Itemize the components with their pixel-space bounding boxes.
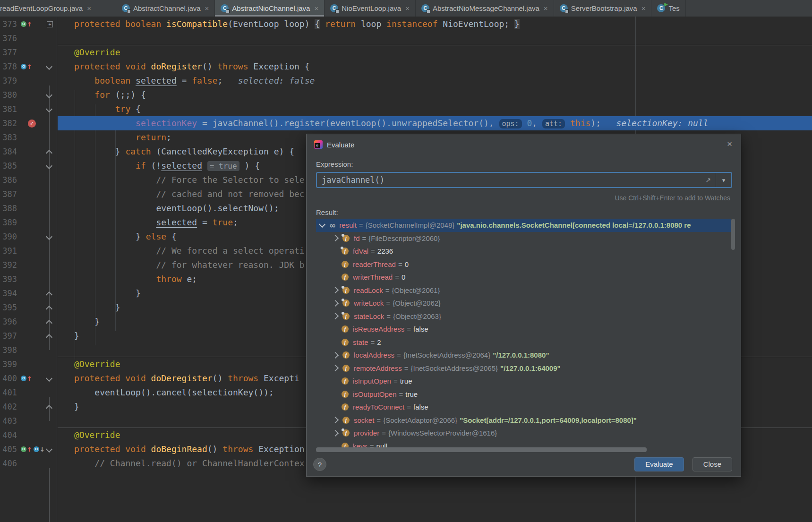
code-token: catch [125,146,151,156]
fold-marker-icon[interactable] [46,150,52,156]
variable-row[interactable]: ffdVal=2236 [316,245,731,258]
chevron-icon[interactable] [332,352,339,359]
fold-marker-icon[interactable] [46,405,52,411]
tab-close-icon[interactable]: × [641,4,646,12]
code-token: isCompatible [166,19,228,29]
fold-marker-icon[interactable] [46,63,52,70]
fold-marker-icon[interactable] [46,106,52,112]
editor-tab[interactable]: CAbstractChannel.java× [116,0,215,17]
field-modifier-dot [341,247,343,249]
fold-marker-icon[interactable] [46,92,52,98]
chevron-spacer [333,249,337,253]
fold-marker-icon[interactable] [46,320,52,326]
code-text[interactable]: try { [58,102,812,116]
variable-row[interactable]: freaderThread=0 [316,258,731,271]
field-modifier-dot [342,428,344,431]
variable-row[interactable]: ffd={FileDescriptor@2060} [316,232,731,245]
code-text[interactable]: boolean selected = false; selected: fals… [58,74,812,88]
code-text[interactable]: selectionKey = javaChannel().register(ev… [58,116,812,130]
breakpoint-icon[interactable]: ✓ [28,120,36,128]
editor-tab[interactable]: CAbstractNioChannel.java× [215,0,325,17]
help-button[interactable]: ? [313,458,326,471]
override-marker-icon[interactable]: O↑ [21,21,32,27]
fold-marker-icon[interactable] [46,306,52,312]
variable-row[interactable]: flocalAddress={InetSocketAddress@2064}"/… [316,349,731,362]
expand-icon[interactable]: ↗ [705,176,711,184]
chevron-spacer [333,340,337,344]
code-text[interactable] [58,31,812,45]
chevron-icon[interactable] [332,287,339,293]
editor-tab[interactable]: CNioEventLoop.java× [325,0,416,17]
fold-marker-icon[interactable] [46,375,52,382]
variable-string: "Socket[addr=/127.0.0.1,port=64009,local… [460,416,637,424]
chevron-icon[interactable] [332,365,339,371]
line-number: 396 [0,315,17,329]
editor-tab[interactable]: CServerBootstrap.java× [554,0,652,17]
fold-marker-icon[interactable] [46,334,52,341]
tab-close-icon[interactable]: × [87,4,91,12]
code-token: @Override [74,359,120,369]
chevron-icon[interactable] [332,430,339,436]
tab-close-icon[interactable]: × [314,4,318,12]
tab-label: ServerBootstrap.java [571,4,637,12]
horizontal-scrollbar[interactable] [316,447,647,452]
variable-row[interactable]: freadLock={Object@2061} [316,284,731,297]
evaluate-button[interactable]: Evaluate [634,457,684,471]
override-marker-icon[interactable]: O↑ [21,446,32,453]
variable-name: remoteAddress [354,364,402,372]
fold-marker-icon[interactable]: + [47,21,53,27]
override-marker-icon[interactable]: O↑ [21,64,32,70]
tab-close-icon[interactable]: × [205,4,209,12]
variable-row[interactable]: freadyToConnect=false [316,401,731,414]
variable-row[interactable]: fremoteAddress={InetSocketAddress@2065}"… [316,362,731,375]
chevron-icon[interactable] [319,221,325,228]
fold-marker-icon[interactable] [46,163,52,169]
code-text[interactable]: protected void doRegister() throws Excep… [58,60,812,74]
variable-row[interactable]: fisOutputOpen=true [316,388,731,401]
editor-tab[interactable]: CAbstractNioMessageChannel.java× [416,0,554,17]
variable-row[interactable]: fisReuseAddress=false [316,323,731,336]
evaluate-dialog: IJ Evaluate × Expression: javaChannel() … [306,134,741,477]
chevron-icon[interactable] [332,313,339,319]
chevron-icon[interactable] [332,417,339,423]
equals-sign: = [376,416,381,424]
editor-tab[interactable]: C▶Tes [651,0,685,17]
close-icon[interactable]: × [727,139,732,149]
override-marker-icon[interactable]: O↑ [21,376,32,382]
code-text[interactable]: @Override [58,45,812,60]
chevron-icon[interactable] [332,235,339,241]
line-number: 392 [0,258,17,272]
variable-value: true [400,377,412,385]
code-token: } [74,402,79,411]
code-token: ops: [499,119,522,128]
variable-row[interactable]: fsocket={SocketAdaptor@2066}"Socket[addr… [316,414,731,427]
variable-row[interactable]: fstate=2 [316,336,731,349]
tab-close-icon[interactable]: × [544,4,548,12]
fold-marker-icon[interactable] [46,291,52,298]
variable-row[interactable]: fwriterThread=0 [316,271,731,284]
chevron-spacer [333,379,337,383]
code-token: for [94,90,110,100]
expression-input[interactable]: javaChannel() [317,175,705,185]
expression-combobox[interactable]: javaChannel() ↗ ▾ [316,172,732,188]
overridden-marker-icon[interactable]: O↓ [34,446,45,453]
vertical-scrollbar[interactable] [731,219,735,250]
variable-row[interactable]: fwriteLock={Object@2062} [316,297,731,310]
chevron-icon[interactable] [332,300,339,307]
equals-sign: = [404,364,409,372]
close-button[interactable]: Close [692,457,732,471]
fold-marker-icon[interactable] [46,446,52,453]
fold-connector-line [49,468,50,522]
variable-row[interactable]: fisInputOpen=true [316,375,731,388]
editor-tab[interactable]: readEventLoopGroup.java× [0,0,116,17]
variable-row[interactable]: fstateLock={Object@2063} [316,310,731,323]
fold-marker-icon[interactable] [46,233,52,240]
code-text[interactable]: for (;;) { [58,88,812,102]
code-line: 377@Override [0,45,812,60]
dropdown-arrow-icon[interactable]: ▾ [716,173,731,187]
code-text[interactable]: protected boolean isCompatible(EventLoop… [58,17,812,31]
variable-row[interactable]: ∞result={SocketChannelImpl@2048}"java.ni… [316,219,731,232]
tab-close-icon[interactable]: × [405,4,410,12]
variable-row[interactable]: fprovider={WindowsSelectorProvider@1616} [316,427,731,440]
equals-sign: = [371,247,375,255]
